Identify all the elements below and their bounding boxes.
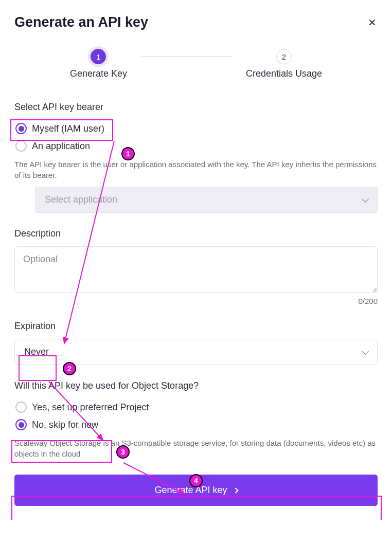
radio-icon: [15, 402, 27, 413]
generate-api-key-button[interactable]: Generate API key: [14, 475, 378, 506]
description-heading: Description: [14, 228, 378, 239]
step-label-2: Credentials Usage: [246, 68, 322, 79]
expiration-dropdown[interactable]: Never: [14, 339, 378, 365]
radio-os-no-label: No, skip for now: [32, 420, 98, 430]
chevron-down-icon: [362, 347, 369, 354]
close-icon[interactable]: ✕: [368, 16, 377, 29]
radio-os-no[interactable]: No, skip for now: [14, 416, 378, 433]
expiration-heading: Expiration: [14, 321, 378, 332]
radio-myself-label: Myself (IAM user): [32, 123, 104, 134]
chevron-down-icon: [362, 195, 369, 202]
description-counter: 0/200: [14, 297, 378, 305]
radio-myself[interactable]: Myself (IAM user): [14, 120, 378, 137]
section-description: Description 0/200: [14, 228, 378, 305]
stepper-connector: [141, 56, 231, 57]
radio-icon: [15, 419, 27, 430]
bearer-heading: Select API key bearer: [14, 102, 378, 113]
radio-icon: [15, 140, 27, 152]
generate-button-label: Generate API key: [154, 485, 227, 496]
radio-os-yes[interactable]: Yes, set up preferred Project: [14, 398, 378, 416]
select-application: Select application: [35, 187, 378, 213]
step-number-1: 1: [91, 49, 106, 64]
object-storage-heading: Will this API key be used for Object Sto…: [14, 380, 378, 391]
description-input[interactable]: [14, 246, 378, 293]
step-number-2: 2: [276, 49, 292, 64]
section-expiration: Expiration Never: [14, 321, 378, 365]
step-generate-key: 1 Generate Key: [70, 49, 127, 79]
object-storage-help-text: Scaleway Object Storage is an S3-compati…: [14, 438, 378, 459]
select-application-placeholder: Select application: [45, 194, 117, 205]
step-label-1: Generate Key: [70, 68, 127, 79]
page-title: Generate an API key: [14, 14, 378, 30]
radio-application-label: An application: [32, 141, 90, 152]
section-object-storage: Will this API key be used for Object Sto…: [14, 380, 378, 459]
radio-os-yes-label: Yes, set up preferred Project: [32, 402, 149, 413]
radio-icon: [15, 123, 27, 134]
expiration-value: Never: [24, 347, 49, 357]
section-bearer: Select API key bearer Myself (IAM user) …: [14, 102, 378, 213]
radio-application[interactable]: An application: [14, 137, 378, 155]
stepper: 1 Generate Key 2 Credentials Usage: [14, 49, 378, 79]
step-credentials-usage: 2 Credentials Usage: [246, 49, 322, 79]
chevron-right-icon: [233, 487, 238, 493]
bearer-help-text: The API key bearer is the user or applic…: [14, 159, 378, 180]
